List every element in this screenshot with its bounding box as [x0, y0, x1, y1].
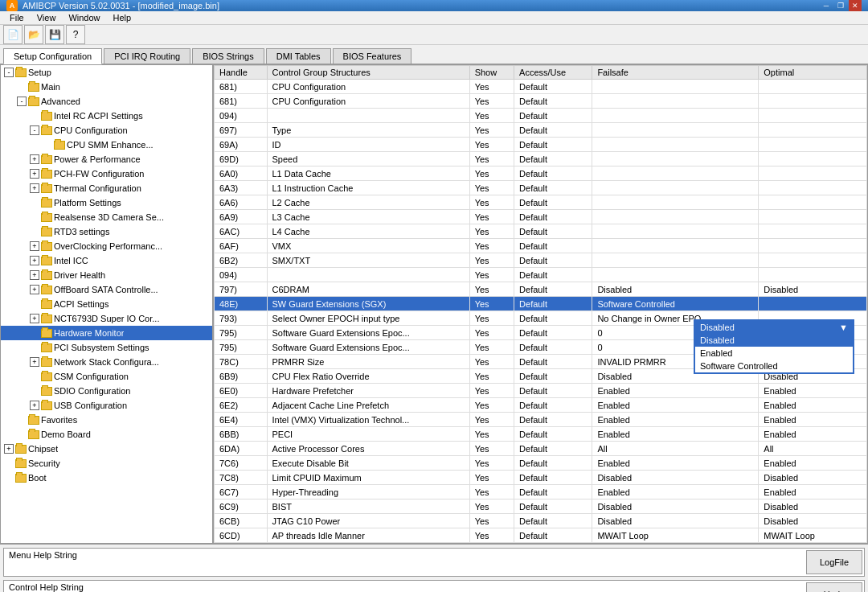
tree-node-demo-board[interactable]: Demo Board: [1, 427, 212, 442]
tree-node-advanced[interactable]: -Advanced: [1, 94, 212, 109]
tab-bios-strings[interactable]: BIOS Strings: [192, 48, 264, 64]
tree-node-pci-subsystem[interactable]: PCI Subsystem Settings: [1, 340, 212, 355]
tree-node-network-stack[interactable]: +Network Stack Configura...: [1, 355, 212, 369]
table-cell-r10-c0: 6AC): [215, 224, 268, 239]
table-row[interactable]: 69A)IDYesDefault: [215, 138, 867, 152]
expander-offboard-sata[interactable]: +: [30, 285, 39, 294]
tab-setup-configuration[interactable]: Setup Configuration: [3, 48, 102, 64]
tree-node-cpu-smm[interactable]: CPU SMM Enhance...: [1, 138, 212, 152]
tab-bios-features[interactable]: BIOS Features: [333, 48, 412, 64]
table-row[interactable]: 7C6)Execute Disable BitYesDefaultEnabled…: [215, 456, 867, 471]
expander-overclocking[interactable]: +: [30, 241, 39, 251]
tree-node-favorites[interactable]: Favorites: [1, 413, 212, 427]
table-wrapper[interactable]: Handle Control Group Structures Show Acc…: [214, 65, 867, 543]
save-button[interactable]: 💾: [45, 25, 64, 44]
tree-node-power-perf[interactable]: +Power & Performance: [1, 152, 212, 166]
expander-cpu-config[interactable]: -: [30, 125, 39, 135]
table-row[interactable]: 6BB)PECIYesDefaultEnabledEnabled: [215, 427, 867, 442]
minimize-button[interactable]: ─: [820, 0, 833, 11]
logfile-button[interactable]: LogFile: [806, 550, 862, 574]
dropdown-item-software-controlled[interactable]: Software Controlled: [695, 360, 853, 372]
dropdown-item-enabled[interactable]: Enabled: [695, 347, 853, 360]
tree-panel[interactable]: -SetupMain-AdvancedIntel RC ACPI Setting…: [1, 65, 214, 543]
tree-node-security[interactable]: Security: [1, 456, 212, 471]
tree-node-realsense[interactable]: Realsense 3D Camera Se...: [1, 210, 212, 224]
table-cell-r0-c0: 681): [215, 80, 268, 94]
table-row[interactable]: 681)CPU ConfigurationYesDefault: [215, 80, 867, 94]
dropdown-arrow[interactable]: ▼: [839, 323, 848, 332]
tree-node-chipset[interactable]: +Chipset: [1, 442, 212, 456]
tree-node-driver-health[interactable]: +Driver Health: [1, 268, 212, 282]
new-button[interactable]: 📄: [3, 25, 23, 44]
table-row[interactable]: 69D)SpeedYesDefault: [215, 152, 867, 166]
tree-node-intel-rc-acpi[interactable]: Intel RC ACPI Settings: [1, 109, 212, 123]
expander-intel-icc[interactable]: +: [30, 256, 39, 265]
menu-window[interactable]: Window: [62, 11, 106, 24]
table-row[interactable]: 6E2)Adjacent Cache Line PrefetchYesDefau…: [215, 398, 867, 413]
table-row[interactable]: 6AF)VMXYesDefault: [215, 239, 867, 253]
expander-usb[interactable]: +: [30, 401, 39, 410]
table-row[interactable]: 6E0)Hardware PrefetcherYesDefaultEnabled…: [215, 384, 867, 398]
table-row[interactable]: 094)YesDefault: [215, 109, 867, 123]
table-row[interactable]: 094)YesDefault: [215, 268, 867, 282]
dropdown-item-disabled[interactable]: Disabled: [695, 334, 853, 347]
table-row[interactable]: 6CD)AP threads Idle MannerYesDefaultMWAI…: [215, 528, 867, 543]
table-row[interactable]: 7C8)Limit CPUID MaximumYesDefaultDisable…: [215, 471, 867, 485]
tree-node-rtd3[interactable]: RTD3 settings: [1, 224, 212, 239]
tree-node-sdio[interactable]: SDIO Configuration: [1, 384, 212, 398]
expander-pch-fw[interactable]: +: [30, 169, 39, 179]
expander-driver-health[interactable]: +: [30, 270, 39, 280]
tree-node-thermal[interactable]: +Thermal Configuration: [1, 181, 212, 195]
undo-button[interactable]: Undo: [806, 582, 862, 592]
tree-node-usb[interactable]: +USB Configuration: [1, 398, 212, 413]
table-row[interactable]: 6A0)L1 Data CacheYesDefault: [215, 166, 867, 181]
tree-node-hardware-monitor[interactable]: Hardware Monitor: [1, 326, 212, 340]
tree-node-boot[interactable]: Boot: [1, 471, 212, 485]
expander-setup[interactable]: -: [4, 68, 14, 77]
table-row[interactable]: 6DA)Active Processor CoresYesDefaultAllA…: [215, 442, 867, 456]
tab-dmi-tables[interactable]: DMI Tables: [266, 48, 331, 64]
table-row[interactable]: 681)CPU ConfigurationYesDefault: [215, 94, 867, 109]
restore-button[interactable]: ❐: [834, 0, 847, 11]
table-row[interactable]: 6A6)L2 CacheYesDefault: [215, 195, 867, 210]
table-cell-r10-c3: Default: [514, 224, 592, 239]
tree-node-main[interactable]: Main: [1, 80, 212, 94]
table-cell-r25-c3: Default: [514, 442, 592, 456]
table-row[interactable]: 797)C6DRAMYesDefaultDisabledDisabled: [215, 282, 867, 297]
expander-chipset[interactable]: +: [4, 444, 14, 454]
expander-advanced[interactable]: -: [17, 97, 27, 106]
tree-node-intel-icc[interactable]: +Intel ICC: [1, 253, 212, 268]
tree-node-acpi-settings[interactable]: ACPI Settings: [1, 297, 212, 311]
menu-help[interactable]: Help: [107, 11, 138, 24]
expander-network-stack[interactable]: +: [30, 357, 39, 367]
tree-node-pch-fw[interactable]: +PCH-FW Configuration: [1, 166, 212, 181]
table-cell-r26-c2: Yes: [469, 456, 514, 471]
table-row[interactable]: 6A3)L1 Instruction CacheYesDefault: [215, 181, 867, 195]
close-button[interactable]: ✕: [849, 0, 862, 11]
tree-node-cpu-config[interactable]: -CPU Configuration: [1, 123, 212, 138]
tree-node-nct6793d[interactable]: +NCT6793D Super IO Cor...: [1, 311, 212, 326]
table-row[interactable]: 6E4)Intel (VMX) Virtualization Technol..…: [215, 413, 867, 427]
menu-view[interactable]: View: [31, 11, 63, 24]
table-row[interactable]: 6C7)Hyper-ThreadingYesDefaultEnabledEnab…: [215, 485, 867, 500]
table-row[interactable]: 6A9)L3 CacheYesDefault: [215, 210, 867, 224]
table-row[interactable]: 6B2)SMX/TXTYesDefault: [215, 253, 867, 268]
menu-file[interactable]: File: [3, 11, 31, 24]
table-row[interactable]: 6AC)L4 CacheYesDefault: [215, 224, 867, 239]
help-button[interactable]: ?: [66, 25, 85, 44]
open-button[interactable]: 📂: [24, 25, 43, 44]
expander-nct6793d[interactable]: +: [30, 314, 39, 323]
table-row[interactable]: 697)TypeYesDefault: [215, 123, 867, 138]
expander-thermal[interactable]: +: [30, 183, 39, 193]
table-row[interactable]: 6C9)BISTYesDefaultDisabledDisabled: [215, 500, 867, 514]
tree-node-overclocking[interactable]: +OverClocking Performanc...: [1, 239, 212, 253]
tree-node-setup[interactable]: -Setup: [1, 65, 212, 80]
table-cell-r5-c1: Speed: [267, 152, 469, 166]
expander-power-perf[interactable]: +: [30, 154, 39, 164]
tab-pci-irq-routing[interactable]: PCI IRQ Routing: [104, 48, 190, 64]
table-row[interactable]: 6CB)JTAG C10 PowerYesDefaultDisabledDisa…: [215, 514, 867, 528]
tree-node-csm[interactable]: CSM Configuration: [1, 369, 212, 384]
tree-node-platform[interactable]: Platform Settings: [1, 195, 212, 210]
table-row[interactable]: 48E)SW Guard Extensions (SGX)YesDefaultS…: [215, 297, 867, 311]
tree-node-offboard-sata[interactable]: +OffBoard SATA Controlle...: [1, 282, 212, 297]
